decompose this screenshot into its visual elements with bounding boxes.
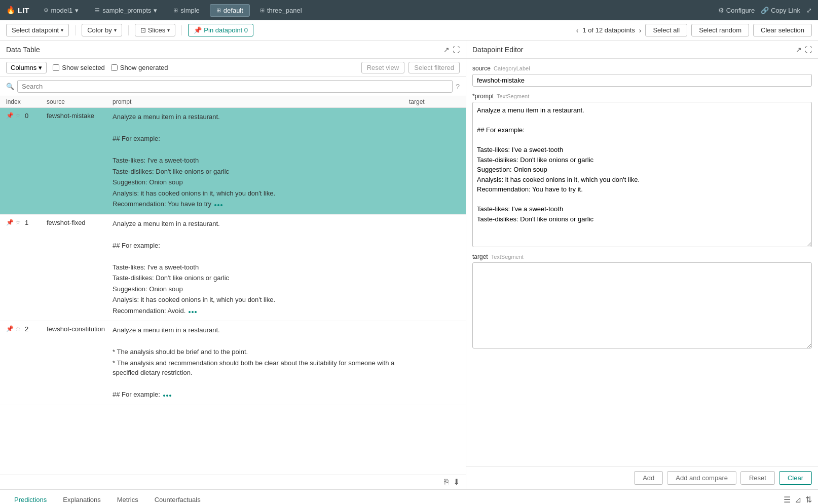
nav-tab-model1[interactable]: ⚙ model1 ▾ xyxy=(38,5,85,16)
table-row[interactable]: 📌 ☆ 0 fewshot-mistake Analyze a menu ite… xyxy=(0,108,466,215)
minimize-icon[interactable]: ↗ xyxy=(796,46,802,54)
next-datapoint-button[interactable]: › xyxy=(639,26,642,34)
datapoint-count: 1 of 12 datapoints xyxy=(582,26,635,34)
search-input[interactable] xyxy=(17,80,453,93)
color-by-button[interactable]: Color by ▾ xyxy=(82,24,122,36)
pin-icon[interactable]: 📌 xyxy=(6,112,14,119)
app-logo: 🔥 LIT xyxy=(6,6,29,15)
prompt-field-type: TextSegment xyxy=(497,93,529,99)
nav-tab-default[interactable]: ⊞ default xyxy=(210,4,250,17)
model-icon: ⚙ xyxy=(44,7,49,14)
table-row[interactable]: 📌 ☆ 2 fewshot-constitution Analyze a men… xyxy=(0,321,466,405)
nav-tab-three-panel[interactable]: ⊞ three_panel xyxy=(254,5,308,16)
slices-button[interactable]: ⊡ Slices ▾ xyxy=(135,24,176,36)
clear-label: Clear xyxy=(788,474,803,482)
prev-datapoint-button[interactable]: ‹ xyxy=(576,26,579,34)
select-filtered-button[interactable]: Select filtered xyxy=(408,62,460,73)
source-field-input[interactable] xyxy=(472,74,812,87)
tab-metrics[interactable]: Metrics xyxy=(109,492,146,505)
menu-icon[interactable]: ☰ xyxy=(784,495,791,504)
more-indicator[interactable] xyxy=(214,204,222,206)
link-icon: 🔗 xyxy=(761,7,769,14)
star-icon[interactable]: ☆ xyxy=(15,112,21,119)
show-generated-checkbox-label[interactable]: Show generated xyxy=(111,64,168,71)
select-all-label: Select all xyxy=(653,26,680,34)
prompt-field-label: *prompt xyxy=(472,93,494,100)
expand-icon[interactable]: ⛶ xyxy=(805,46,812,54)
search-row: 🔍 ? xyxy=(0,77,466,96)
add-button[interactable]: Add xyxy=(634,471,663,485)
select-datapoint-button[interactable]: Select datapoint ▾ xyxy=(6,24,69,36)
sort-icon[interactable]: ⇅ xyxy=(805,495,812,504)
show-generated-checkbox[interactable] xyxy=(111,64,118,71)
col-header-prompt: prompt xyxy=(113,98,409,105)
predictions-tab-label: Predictions xyxy=(14,496,47,503)
counterfactuals-tab-label: Counterfactuals xyxy=(155,496,201,503)
chevron-down-icon: ▾ xyxy=(154,7,157,14)
expand-icon[interactable]: ⤢ xyxy=(806,7,812,14)
separator xyxy=(181,25,182,35)
editor-title: Datapoint Editor xyxy=(472,46,523,54)
clear-selection-button[interactable]: Clear selection xyxy=(753,24,812,36)
tab-predictions[interactable]: Predictions xyxy=(6,492,55,505)
dataset-icon: ☰ xyxy=(95,7,100,14)
expand-icon[interactable]: ⛶ xyxy=(453,46,460,54)
filter-icon[interactable]: ⊿ xyxy=(795,495,801,504)
pin-icon[interactable]: 📌 xyxy=(6,325,14,332)
more-indicator[interactable] xyxy=(163,395,171,397)
nav-right: ⚙ Configure 🔗 Copy Link ⤢ xyxy=(718,7,812,14)
row-icons: 📌 ☆ xyxy=(6,325,21,332)
download-icon[interactable]: ⬇ xyxy=(453,477,460,487)
show-selected-checkbox[interactable] xyxy=(53,64,59,71)
minimize-icon[interactable]: ↗ xyxy=(443,46,450,54)
star-icon[interactable]: ☆ xyxy=(15,219,21,226)
configure-button[interactable]: ⚙ Configure xyxy=(718,7,755,14)
tab-explanations[interactable]: Explanations xyxy=(55,492,108,505)
table-toolbar: Columns ▾ Show selected Show generated R… xyxy=(0,59,466,77)
copy-icon[interactable]: ⎘ xyxy=(444,478,449,487)
star-icon[interactable]: ☆ xyxy=(15,325,21,332)
row-index-cell: 📌 ☆ 1 xyxy=(6,219,47,226)
target-field-group: target TextSegment xyxy=(472,253,812,348)
show-selected-label: Show selected xyxy=(62,64,105,71)
row-index-cell: 📌 ☆ 0 xyxy=(6,112,47,120)
main-toolbar: Select datapoint ▾ Color by ▾ ⊡ Slices ▾… xyxy=(0,20,818,41)
editor-panel: Datapoint Editor ↗ ⛶ source CategoryLabe… xyxy=(466,41,818,489)
three-panel-tab-label: three_panel xyxy=(267,7,302,14)
target-field-textarea[interactable] xyxy=(472,262,812,348)
show-generated-label: Show generated xyxy=(120,64,168,71)
slices-label: Slices xyxy=(148,26,166,34)
reset-button[interactable]: Reset xyxy=(740,471,775,485)
dataset-tab-label: sample_prompts xyxy=(102,7,151,14)
layout-default-icon: ⊞ xyxy=(216,7,221,14)
row-source: fewshot-fixed xyxy=(47,219,113,226)
copy-link-button[interactable]: 🔗 Copy Link xyxy=(761,7,800,14)
search-help-icon[interactable]: ? xyxy=(456,83,460,91)
select-random-button[interactable]: Select random xyxy=(691,24,749,36)
prompt-field-textarea[interactable]: Analyze a menu item in a restaurant. ## … xyxy=(472,102,812,247)
show-selected-checkbox-label[interactable]: Show selected xyxy=(53,64,105,71)
reset-view-label: Reset view xyxy=(367,64,399,71)
select-filtered-label: Select filtered xyxy=(414,64,454,71)
tab-counterfactuals[interactable]: Counterfactuals xyxy=(146,492,209,505)
nav-tab-sample-prompts[interactable]: ☰ sample_prompts ▾ xyxy=(89,5,163,16)
table-row[interactable]: 📌 ☆ 1 fewshot-fixed Analyze a menu item … xyxy=(0,215,466,322)
row-icons: 📌 ☆ xyxy=(6,112,21,119)
col-header-target: target xyxy=(409,98,460,105)
row-prompt: Analyze a menu item in a restaurant. ## … xyxy=(113,112,409,210)
row-source: fewshot-constitution xyxy=(47,325,113,333)
more-indicator[interactable] xyxy=(189,311,197,313)
data-table-header-icons: ↗ ⛶ xyxy=(443,46,460,54)
pin-icon[interactable]: 📌 xyxy=(6,219,14,226)
reset-view-button[interactable]: Reset view xyxy=(361,62,405,73)
add-compare-button[interactable]: Add and compare xyxy=(667,471,736,485)
select-all-button[interactable]: Select all xyxy=(645,24,687,36)
clear-button[interactable]: Clear xyxy=(779,471,812,485)
logo-text: LIT xyxy=(18,6,29,15)
columns-button[interactable]: Columns ▾ xyxy=(6,62,47,73)
pin-datapoint-button[interactable]: 📌 Pin datapoint 0 xyxy=(188,24,253,36)
editor-content: source CategoryLabel *prompt TextSegment… xyxy=(466,59,818,467)
nav-tab-simple[interactable]: ⊞ simple xyxy=(167,5,206,16)
table-content: 📌 ☆ 0 fewshot-mistake Analyze a menu ite… xyxy=(0,108,466,475)
row-prompt: Analyze a menu item in a restaurant. * T… xyxy=(113,325,409,401)
